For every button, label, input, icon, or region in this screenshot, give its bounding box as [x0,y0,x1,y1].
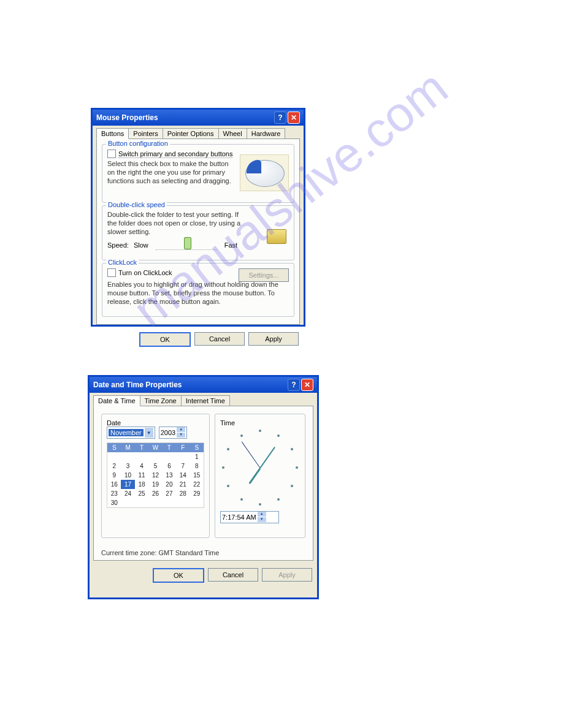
dialog-button-row: OK Cancel Apply [90,564,317,586]
calendar-day[interactable]: 15 [190,471,204,480]
group-legend: Double-click speed [106,201,167,208]
ok-button[interactable]: OK [153,568,204,583]
speed-slider[interactable] [156,240,217,250]
cancel-button[interactable]: Cancel [208,568,258,582]
tab-date-time[interactable]: Date & Time [93,395,140,406]
speed-slider-row: Speed: Slow Fast [107,240,289,250]
clock-tick [291,485,293,487]
titlebar[interactable]: Mouse Properties ? ✕ [93,110,304,126]
chevron-down-icon[interactable]: ▼ [145,428,153,438]
tab-body: Button configuration Switch primary and … [96,138,300,325]
help-button[interactable]: ? [274,112,286,124]
apply-button[interactable]: Apply [248,332,299,346]
clicklock-label[interactable]: Turn on ClickLock [118,269,172,276]
group-legend: Date [107,419,121,427]
date-group: Date November ▼ 2003 ▲▼ SMTWTFS 12345678… [101,414,210,538]
calendar-day [148,452,162,461]
calendar-day[interactable]: 4 [135,461,148,471]
group-legend: ClickLock [106,259,139,266]
timezone-label: Current time zone: GMT Standard Time [94,545,313,560]
button-config-group: Button configuration Switch primary and … [102,144,294,203]
clock-tick [227,448,229,450]
group-legend: Button configuration [106,140,170,147]
calendar-day[interactable]: 21 [176,480,190,489]
ok-button[interactable]: OK [139,332,191,347]
calendar-day[interactable]: 30 [107,498,121,507]
calendar-day[interactable]: 18 [135,480,148,489]
calendar-day[interactable]: 27 [163,489,176,498]
calendar-day [163,452,176,461]
calendar-day[interactable]: 9 [107,471,121,480]
dialog-button-row: OK Cancel Apply [93,328,304,351]
window-title: Mouse Properties [96,113,273,122]
calendar-day[interactable]: 16 [107,480,121,489]
tab-body: Date November ▼ 2003 ▲▼ SMTWTFS 12345678… [93,406,313,561]
calendar-day [121,498,134,507]
calendar-day[interactable]: 11 [135,471,148,480]
calendar-day[interactable]: 22 [190,480,204,489]
titlebar[interactable]: Date and Time Properties ? ✕ [90,377,317,393]
tab-strip: Date & Time Time Zone Internet Time [90,393,317,406]
calendar-day[interactable]: 24 [121,489,134,498]
weekday-header: T [135,443,148,452]
calendar-day[interactable]: 17 [121,480,134,489]
weekday-header: T [163,443,176,452]
calendar-day[interactable]: 14 [176,471,190,480]
year-spinner[interactable]: 2003 ▲▼ [159,427,187,439]
fast-label: Fast [224,241,237,249]
tab-wheel[interactable]: Wheel [218,128,247,138]
calendar-day[interactable]: 1 [190,452,204,461]
calendar-day [163,498,176,507]
cancel-button[interactable]: Cancel [194,332,245,346]
tab-pointers[interactable]: Pointers [128,128,163,138]
clicklock-group: ClickLock Turn on ClickLock Settings... … [102,263,294,317]
clock-tick [296,466,298,469]
switch-buttons-checkbox[interactable] [107,150,116,158]
calendar-day[interactable]: 13 [163,471,176,480]
calendar[interactable]: SMTWTFS 12345678910111213141516171819202… [107,442,204,508]
close-button[interactable]: ✕ [301,379,313,391]
calendar-day[interactable]: 25 [135,489,148,498]
calendar-day[interactable]: 2 [107,461,121,471]
tab-hardware[interactable]: Hardware [247,128,286,138]
calendar-day[interactable]: 8 [190,461,204,471]
button-config-desc: Select this check box to make the button… [107,160,236,185]
folder-icon[interactable] [267,229,286,244]
spinner-buttons[interactable]: ▲▼ [258,512,266,523]
calendar-day[interactable]: 26 [148,489,162,498]
tab-internet-time[interactable]: Internet Time [181,395,230,406]
clock-tick [277,434,280,437]
calendar-day[interactable]: 28 [176,489,190,498]
analog-clock [220,428,300,507]
switch-buttons-label[interactable]: Switch primary and secondary buttons [118,150,232,158]
spinner-buttons[interactable]: ▲▼ [177,427,185,438]
calendar-day[interactable]: 5 [148,461,162,471]
calendar-day[interactable]: 23 [107,489,121,498]
clock-tick [222,466,224,469]
calendar-day[interactable]: 6 [163,461,176,471]
calendar-day [121,452,134,461]
calendar-day[interactable]: 7 [176,461,190,471]
slider-thumb[interactable] [184,237,191,249]
calendar-day[interactable]: 20 [163,480,176,489]
calendar-day[interactable]: 3 [121,461,134,471]
help-button[interactable]: ? [288,379,300,391]
calendar-day[interactable]: 12 [148,471,162,480]
close-button[interactable]: ✕ [288,112,300,124]
tab-time-zone[interactable]: Time Zone [140,395,182,406]
calendar-day [148,498,162,507]
time-spinner[interactable]: 7:17:54 AM ▲▼ [220,511,279,523]
clock-tick [240,434,243,437]
calendar-day[interactable]: 19 [148,480,162,489]
weekday-header: F [176,443,190,452]
month-combo[interactable]: November ▼ [107,427,155,439]
calendar-day[interactable]: 29 [190,489,204,498]
tab-buttons[interactable]: Buttons [96,128,129,139]
calendar-day[interactable]: 10 [121,471,134,480]
clock-hand-second [242,442,261,468]
weekday-header: M [121,443,134,452]
clicklock-desc: Enables you to highlight or drag without… [107,281,289,306]
tab-pointer-options[interactable]: Pointer Options [163,128,219,138]
speed-label: Speed: [107,241,129,249]
clicklock-checkbox[interactable] [107,268,116,277]
